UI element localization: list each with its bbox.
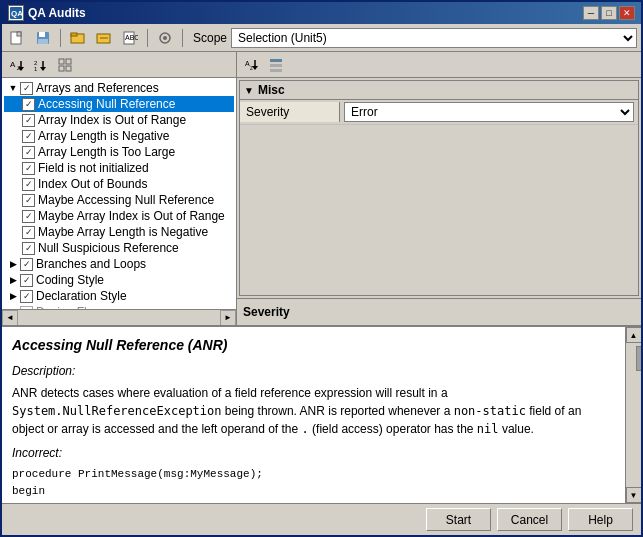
left-panel: A Z 2 1	[2, 52, 237, 325]
checkbox-null-suspicious[interactable]	[22, 242, 35, 255]
desc-code-1: System.NullReferenceException	[12, 404, 222, 418]
sort-button[interactable]: 2 1	[30, 54, 52, 76]
folder-button[interactable]	[93, 27, 115, 49]
checkbox-branches[interactable]	[20, 258, 33, 271]
label-accessing-null: Accessing Null Reference	[38, 97, 175, 111]
checkbox-coding[interactable]	[20, 274, 33, 287]
svg-rect-33	[270, 69, 282, 72]
scroll-down-btn[interactable]: ▼	[626, 487, 642, 503]
tree-item-array-length-neg[interactable]: Array Length is Negative	[4, 128, 234, 144]
code-block: procedure PrintMessage(msg:MyMessage); b…	[12, 466, 615, 499]
svg-rect-24	[66, 59, 71, 64]
maximize-button[interactable]: □	[601, 6, 617, 20]
minimize-button[interactable]: ─	[583, 6, 599, 20]
h-scrollbar[interactable]: ◄ ►	[2, 309, 236, 325]
sort-props-alpha-button[interactable]: A Z	[241, 54, 263, 76]
svg-point-14	[163, 36, 167, 40]
desc-paragraph-1: ANR detects cases where evaluation of a …	[12, 384, 615, 438]
group-coding[interactable]: ▶ Coding Style	[4, 272, 234, 288]
scroll-up-btn[interactable]: ▲	[626, 327, 642, 343]
tree-item-index-out-bounds[interactable]: Index Out of Bounds	[4, 176, 234, 192]
tree-item-accessing-null[interactable]: Accessing Null Reference	[4, 96, 234, 112]
severity-bottom-label: Severity	[237, 298, 641, 325]
scope-dropdown[interactable]: Selection (Unit5)	[231, 28, 637, 48]
title-controls: ─ □ ✕	[583, 6, 635, 20]
expand-branches-icon[interactable]: ▶	[6, 257, 20, 271]
checkbox-maybe-length-neg[interactable]	[22, 226, 35, 239]
checkbox-array-length-large[interactable]	[22, 146, 35, 159]
checkbox-array-index-out[interactable]	[22, 114, 35, 127]
right-panel: A Z ▼ Misc	[237, 52, 641, 325]
expand-arrays-icon[interactable]: ▼	[6, 81, 20, 95]
tree-item-field-not-init[interactable]: Field is not initialized	[4, 160, 234, 176]
svg-rect-25	[59, 66, 64, 71]
label-maybe-null: Maybe Accessing Null Reference	[38, 193, 214, 207]
label-array-length-neg: Array Length is Negative	[38, 129, 169, 143]
svg-rect-26	[66, 66, 71, 71]
incorrect-label: Incorrect:	[12, 444, 615, 462]
desc-text-1: ANR detects cases where evaluation of a …	[12, 386, 448, 400]
group-declaration[interactable]: ▶ Declaration Style	[4, 288, 234, 304]
tree-item-maybe-length-neg[interactable]: Maybe Array Length is Negative	[4, 224, 234, 240]
window-icon: QA	[8, 5, 24, 21]
open-button[interactable]	[67, 27, 89, 49]
scroll-thumb[interactable]	[636, 346, 642, 371]
label-field-not-init: Field is not initialized	[38, 161, 149, 175]
close-button[interactable]: ✕	[619, 6, 635, 20]
tree-item-maybe-index-out[interactable]: Maybe Array Index is Out of Range	[4, 208, 234, 224]
desc-content: Accessing Null Reference (ANR) Descripti…	[2, 327, 641, 503]
expand-declaration-icon[interactable]: ▶	[6, 289, 20, 303]
desc-scrollbar[interactable]: ▲ ▼	[625, 327, 641, 503]
props-row-severity: Severity Error Warning Information	[240, 100, 638, 125]
scope-label: Scope	[193, 31, 227, 45]
desc-label: Description:	[12, 362, 615, 380]
checkbox-field-not-init[interactable]	[22, 162, 35, 175]
group-declaration-label: Declaration Style	[36, 289, 127, 303]
svg-marker-22	[40, 67, 46, 71]
svg-text:QA: QA	[11, 9, 23, 18]
toolbar: ABC Scope Selection (Unit5)	[2, 24, 641, 52]
severity-dropdown[interactable]: Error Warning Information	[344, 102, 634, 122]
tree-item-maybe-null[interactable]: Maybe Accessing Null Reference	[4, 192, 234, 208]
tree-item-null-suspicious[interactable]: Null Suspicious Reference	[4, 240, 234, 256]
group-branches[interactable]: ▶ Branches and Loops	[4, 256, 234, 272]
checkbox-maybe-index-out[interactable]	[22, 210, 35, 223]
cancel-button[interactable]: Cancel	[497, 508, 562, 531]
checkbox-maybe-null[interactable]	[22, 194, 35, 207]
sort-alpha-button[interactable]: A Z	[6, 54, 28, 76]
svg-text:1: 1	[34, 66, 38, 72]
checkbox-accessing-null[interactable]	[22, 98, 35, 111]
scroll-right-btn[interactable]: ►	[220, 310, 236, 326]
checkbox-declaration[interactable]	[20, 290, 33, 303]
grid-button[interactable]	[54, 54, 76, 76]
scroll-left-btn[interactable]: ◄	[2, 310, 18, 326]
props-section-misc: ▼ Misc	[240, 81, 638, 100]
new-button[interactable]	[6, 27, 28, 49]
tree-item-array-length-large[interactable]: Array Length is Too Large	[4, 144, 234, 160]
label-null-suspicious: Null Suspicious Reference	[38, 241, 179, 255]
checkbox-arrays[interactable]	[20, 82, 33, 95]
h-scroll-track[interactable]	[18, 314, 220, 322]
svg-rect-31	[270, 59, 282, 62]
collapse-misc-icon[interactable]: ▼	[244, 85, 254, 96]
main-content: A Z 2 1	[2, 52, 641, 325]
qa-audits-window: QA QA Audits ─ □ ✕ ABC	[0, 0, 643, 537]
export-button[interactable]: ABC	[119, 27, 141, 49]
tree-item-array-index-out[interactable]: Array Index is Out of Range	[4, 112, 234, 128]
settings-button[interactable]	[154, 27, 176, 49]
svg-rect-32	[270, 64, 282, 67]
group-coding-label: Coding Style	[36, 273, 104, 287]
props-key-severity: Severity	[240, 102, 340, 122]
checkbox-array-length-neg[interactable]	[22, 130, 35, 143]
svg-rect-6	[38, 39, 48, 44]
bottom-panel: Accessing Null Reference (ANR) Descripti…	[2, 325, 641, 535]
group-props-button[interactable]	[265, 54, 287, 76]
group-branches-label: Branches and Loops	[36, 257, 146, 271]
checkbox-index-out-bounds[interactable]	[22, 178, 35, 191]
expand-coding-icon[interactable]: ▶	[6, 273, 20, 287]
bottom-buttons: Start Cancel Help	[2, 503, 641, 535]
save-button[interactable]	[32, 27, 54, 49]
start-button[interactable]: Start	[426, 508, 491, 531]
help-button[interactable]: Help	[568, 508, 633, 531]
group-arrays[interactable]: ▼ Arrays and References	[4, 80, 234, 96]
